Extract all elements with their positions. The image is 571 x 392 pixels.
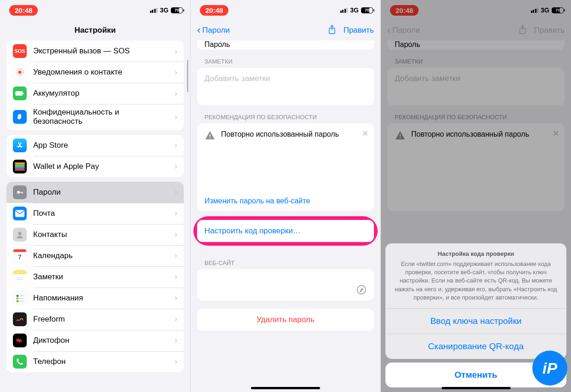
sheet-body-text: Если «twitter.com» поддерживает использо… xyxy=(394,260,558,302)
svg-rect-28 xyxy=(210,138,210,138)
page-title: Настройки xyxy=(75,26,116,35)
chevron-right-icon: › xyxy=(175,272,177,282)
chevron-right-icon: › xyxy=(175,357,177,366)
status-bar: 20:48 3G 70 xyxy=(0,0,190,20)
chevron-right-icon: › xyxy=(175,314,177,324)
hand-icon xyxy=(13,110,27,124)
chevron-right-icon: › xyxy=(175,335,177,345)
close-icon[interactable]: ✕ xyxy=(362,129,368,138)
chevron-left-icon: ‹ xyxy=(197,24,200,36)
signal-icon xyxy=(340,8,348,13)
status-time[interactable]: 20:48 xyxy=(200,5,228,16)
warning-icon xyxy=(204,130,216,141)
reminders-icon xyxy=(13,291,27,305)
share-icon xyxy=(328,24,336,35)
calendar-icon: 7 xyxy=(13,249,27,263)
phone-icon xyxy=(13,355,27,369)
network-label: 3G xyxy=(350,6,359,14)
chevron-right-icon: › xyxy=(175,68,177,77)
row-calendar[interactable]: 7 Календарь › xyxy=(6,245,184,266)
svg-point-10 xyxy=(17,191,20,194)
delete-password-button[interactable]: Удалить пароль xyxy=(197,309,374,331)
status-bar: 20:48 3G 70 xyxy=(191,0,380,20)
appstore-icon xyxy=(13,138,27,152)
row-passwords[interactable]: Пароли › xyxy=(6,182,184,203)
section-website-header: ВЕБ-САЙТ xyxy=(191,251,380,269)
contacts-icon xyxy=(13,228,27,242)
website-row[interactable] xyxy=(197,269,374,300)
edit-button[interactable]: Править xyxy=(344,26,374,35)
sos-icon: SOS xyxy=(13,44,27,58)
row-exposure[interactable]: Уведомления о контакте › xyxy=(6,62,184,83)
chevron-right-icon: › xyxy=(175,187,177,197)
watermark-badge: iP xyxy=(532,351,567,386)
key-icon xyxy=(13,185,27,199)
row-battery[interactable]: Аккумулятор › xyxy=(6,83,184,104)
svg-point-22 xyxy=(17,300,19,302)
nav-bar: ‹ Пароли Править xyxy=(191,20,380,40)
row-mail[interactable]: Почта › xyxy=(6,203,184,224)
svg-rect-27 xyxy=(210,134,210,137)
svg-rect-4 xyxy=(16,92,23,95)
row-voicememo[interactable]: Диктофон › xyxy=(6,330,184,351)
mail-icon xyxy=(13,207,27,220)
svg-rect-7 xyxy=(15,164,25,167)
change-password-link[interactable]: Изменить пароль на веб-сайте xyxy=(204,197,310,205)
battery-icon xyxy=(13,86,27,100)
notes-icon xyxy=(13,270,27,284)
notes-field[interactable]: Добавить заметки xyxy=(197,68,374,105)
svg-point-14 xyxy=(18,232,22,236)
row-wallet[interactable]: Wallet и Apple Pay › xyxy=(6,156,184,177)
chevron-right-icon: › xyxy=(175,230,177,239)
row-contacts[interactable]: Контакты › xyxy=(6,224,184,245)
chevron-right-icon: › xyxy=(175,46,177,56)
share-button[interactable] xyxy=(328,24,336,37)
screen-password-detail: 20:48 3G 70 ‹ Пароли Править Пароль ЗАМЕ… xyxy=(190,0,380,392)
favicon xyxy=(204,277,219,292)
svg-rect-12 xyxy=(22,192,23,194)
wallet-icon xyxy=(13,160,27,173)
screen-action-sheet: 20:48 3G 70 ‹ Пароли Править Пароль ЗАМЕ… xyxy=(380,0,571,392)
chevron-right-icon: › xyxy=(175,208,177,218)
section-notes-header: ЗАМЕТКИ xyxy=(191,50,380,68)
chevron-right-icon: › xyxy=(175,293,177,303)
row-notes[interactable]: Заметки › xyxy=(6,266,184,288)
svg-rect-5 xyxy=(23,92,24,94)
chevron-right-icon: › xyxy=(175,112,177,122)
safari-icon xyxy=(356,285,367,295)
chevron-right-icon: › xyxy=(175,140,177,150)
battery-icon: 70 xyxy=(171,7,183,13)
nav-bar: Настройки xyxy=(0,20,190,40)
svg-point-0 xyxy=(18,71,22,74)
row-freeform[interactable]: Freeform › xyxy=(6,309,184,330)
section-security-header: РЕКОМЕНДАЦИЯ ПО БЕЗОПАСНОСТИ xyxy=(191,105,380,123)
back-button[interactable]: ‹ Пароли xyxy=(197,24,230,36)
home-indicator[interactable] xyxy=(442,387,511,389)
svg-point-29 xyxy=(357,286,366,294)
row-sos[interactable]: SOS Экстренный вызов — SOS › xyxy=(6,40,184,62)
scrollbar[interactable] xyxy=(187,60,188,92)
sheet-header: Настройка кода проверки Если «twitter.co… xyxy=(385,243,566,308)
chevron-right-icon: › xyxy=(175,161,177,171)
chevron-right-icon: › xyxy=(175,89,177,98)
row-phone[interactable]: Телефон › xyxy=(6,351,184,372)
highlight-ring: Настроить код проверки… xyxy=(193,216,378,246)
row-reminders[interactable]: Напоминания › xyxy=(6,288,184,309)
warning-text: Повторно использованный пароль xyxy=(221,130,339,139)
setup-verification-code-button[interactable]: Настроить код проверки… xyxy=(197,220,374,242)
signal-icon xyxy=(150,8,158,13)
security-warning-card: Повторно использованный пароль ✕ Изменит… xyxy=(197,123,374,211)
chevron-right-icon: › xyxy=(175,251,177,260)
network-label: 3G xyxy=(160,6,169,14)
row-privacy[interactable]: Конфиденциальность и безопасность › xyxy=(6,104,184,130)
row-appstore[interactable]: App Store › xyxy=(6,135,184,156)
enter-setup-key-button[interactable]: Ввод ключа настройки xyxy=(385,308,566,334)
freeform-icon xyxy=(13,312,27,326)
screen-settings: 20:48 3G 70 Настройки SOS Экстренный выз… xyxy=(0,0,190,392)
home-indicator[interactable] xyxy=(251,387,320,389)
status-time[interactable]: 20:48 xyxy=(9,5,38,16)
row-password-truncated: Пароль xyxy=(197,40,374,50)
voice-icon xyxy=(13,334,27,347)
svg-rect-9 xyxy=(15,168,25,171)
svg-text:7: 7 xyxy=(18,253,21,260)
